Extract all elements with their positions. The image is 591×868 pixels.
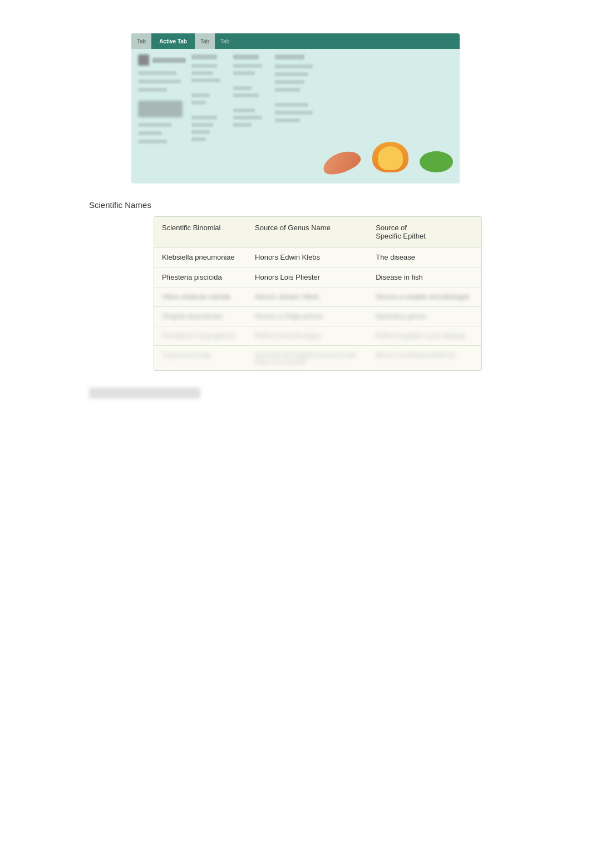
banner-mid-column-1 [191, 54, 228, 178]
banner-tab-2[interactable]: Active Tab [151, 33, 195, 49]
cell-genus-blurred: Describes the flagella movement andlooks… [247, 346, 368, 371]
cell-genus-source: Honors Edwin Klebs [247, 247, 368, 267]
cell-binomial: Pfiesteria piscicida [154, 267, 247, 287]
scientific-names-section: Scientific Names Scientific Binomial Sou… [89, 200, 546, 371]
bottom-section-label [89, 388, 200, 399]
banner-right-column [275, 54, 317, 178]
cell-binomial-blurred: Shigella dysenteriae [154, 307, 247, 326]
cell-epithet-source: The disease [368, 247, 481, 267]
cell-binomial-blurred: Vibrio cholerae colicida [154, 287, 247, 307]
banner-tab-4[interactable]: Tab [215, 33, 235, 49]
col-header-binomial: Scientific Binomial [154, 217, 247, 247]
cell-epithet-source: Disease in fish [368, 267, 481, 287]
cell-epithet-blurred: Dysentery genus [368, 307, 481, 326]
scientific-names-table: Scientific Binomial Source of Genus Name… [154, 217, 481, 370]
table-row-blurred: Vibrio cholerae colicida Honors Johann V… [154, 287, 481, 307]
cell-binomial-blurred: Trypanosoma spp [154, 346, 247, 371]
table-row-blurred: Penicillium chrysogenum Refers to brush … [154, 326, 481, 346]
banner-tab-3[interactable]: Tab [195, 33, 215, 49]
table-row: Pfiesteria piscicida Honors Lois Pfieste… [154, 267, 481, 287]
table-row: Klebsiella pneumoniae Honors Edwin Klebs… [154, 247, 481, 267]
cell-epithet-blurred: Refers to golden color disease [368, 326, 481, 346]
banner-body [131, 49, 460, 183]
cell-genus-blurred: Honors Johann Vibrio [247, 287, 368, 307]
papaya-image [372, 142, 408, 172]
col-header-epithet: Source ofSpecific Epithet [368, 217, 481, 247]
cell-genus-blurred: Refers to brush shape [247, 326, 368, 346]
banner-tabs: Tab Active Tab Tab Tab [131, 33, 460, 49]
section-title: Scientific Names [89, 200, 546, 210]
scientific-names-table-wrapper: Scientific Binomial Source of Genus Name… [154, 216, 482, 371]
banner-tab-1[interactable]: Tab [131, 33, 151, 49]
cell-binomial: Klebsiella pneumoniae [154, 247, 247, 267]
banner-fruits [322, 54, 453, 178]
carrot-image [320, 147, 363, 178]
banner-container: Tab Active Tab Tab Tab [131, 33, 460, 183]
table-row-blurred: Shigella dysenteriae Honors a Shiga pers… [154, 307, 481, 326]
cell-epithet-blurred: Means something notable too [368, 346, 481, 371]
table-header-row: Scientific Binomial Source of Genus Name… [154, 217, 481, 247]
cell-genus-source: Honors Lois Pfiester [247, 267, 368, 287]
banner-left-column [138, 54, 186, 178]
cell-binomial-blurred: Penicillium chrysogenum [154, 326, 247, 346]
col-header-genus: Source of Genus Name [247, 217, 368, 247]
table-row-blurred: Trypanosoma spp Describes the flagella m… [154, 346, 481, 371]
cell-epithet-blurred: Honors a notable microbiologist [368, 287, 481, 307]
cell-genus-blurred: Honors a Shiga person [247, 307, 368, 326]
banner-mid-column-2 [233, 54, 269, 178]
lime-image [420, 151, 453, 172]
